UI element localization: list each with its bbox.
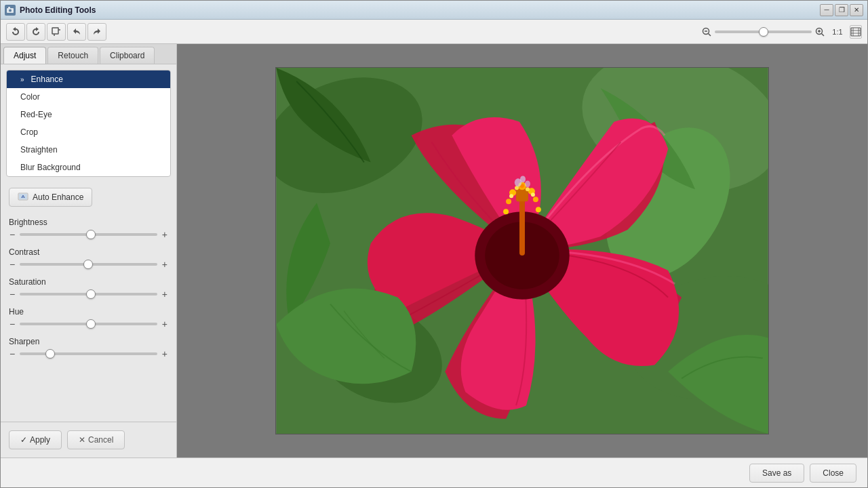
menu-item-blur-background[interactable]: Blur Background <box>7 159 170 176</box>
auto-enhance-button[interactable]: Auto Enhance <box>9 188 92 207</box>
hue-group: Hue − + <box>9 307 168 329</box>
hue-minus[interactable]: − <box>9 319 16 329</box>
apply-button[interactable]: ✓ Apply <box>9 430 62 449</box>
footer: Save as Close <box>1 458 867 487</box>
tab-retouch[interactable]: Retouch <box>47 47 98 64</box>
hue-row: − + <box>9 319 168 329</box>
menu-item-crop[interactable]: Crop <box>7 123 170 141</box>
sharpen-row: − + <box>9 349 168 359</box>
svg-point-45 <box>525 180 530 187</box>
main-content: Adjust Retouch Clipboard » Enhance Color… <box>1 44 867 458</box>
brightness-minus[interactable]: − <box>9 230 16 239</box>
enhance-menu: » Enhance Color Red-Eye Crop Straighten … <box>6 70 171 177</box>
rotate-left-button[interactable] <box>6 23 25 41</box>
sharpen-group: Sharpen − + <box>9 337 168 359</box>
svg-point-41 <box>526 187 530 191</box>
redo-button[interactable] <box>87 23 106 41</box>
svg-point-38 <box>503 209 509 214</box>
controls-area: Auto Enhance Brightness − + Contrast − <box>1 182 176 422</box>
saturation-minus[interactable]: − <box>9 289 16 299</box>
close-window-button[interactable]: ✕ <box>850 4 863 16</box>
brightness-slider[interactable] <box>20 233 157 236</box>
saturation-slider[interactable] <box>20 293 157 296</box>
contrast-label: Contrast <box>9 247 168 257</box>
menu-item-red-eye[interactable]: Red-Eye <box>7 106 170 123</box>
minimize-button[interactable]: ─ <box>820 4 833 16</box>
svg-point-1 <box>9 9 12 12</box>
save-as-button[interactable]: Save as <box>749 464 804 483</box>
sharpen-slider[interactable] <box>20 352 157 355</box>
contrast-plus[interactable]: + <box>161 260 168 269</box>
brightness-label: Brightness <box>9 218 168 227</box>
zoom-fit-button[interactable] <box>850 25 862 39</box>
svg-rect-13 <box>851 28 861 36</box>
tab-adjust[interactable]: Adjust <box>3 47 46 64</box>
cancel-button[interactable]: ✕ Cancel <box>67 430 125 449</box>
menu-item-straighten[interactable]: Straighten <box>7 141 170 159</box>
app-icon <box>5 5 16 16</box>
main-window: Photo Editing Tools ─ ❐ ✕ <box>0 0 868 488</box>
svg-rect-3 <box>52 28 58 34</box>
zoom-label: 1:1 <box>828 28 847 36</box>
close-button[interactable]: Close <box>810 464 856 483</box>
zoom-slider[interactable] <box>715 30 812 33</box>
contrast-minus[interactable]: − <box>9 260 16 269</box>
svg-point-37 <box>533 197 538 202</box>
zoom-in-button[interactable] <box>814 25 825 39</box>
svg-point-43 <box>531 192 535 197</box>
image-area <box>177 44 867 458</box>
cancel-icon: ✕ <box>79 435 85 445</box>
svg-point-46 <box>520 176 526 182</box>
menu-item-color[interactable]: Color <box>7 88 170 106</box>
tab-clipboard[interactable]: Clipboard <box>100 47 155 64</box>
menu-item-enhance[interactable]: » Enhance <box>7 70 170 88</box>
title-bar: Photo Editing Tools ─ ❐ ✕ <box>1 1 867 20</box>
title-bar-left: Photo Editing Tools <box>5 5 96 16</box>
svg-line-7 <box>709 33 711 36</box>
apply-icon: ✓ <box>20 435 27 445</box>
zoom-controls: 1:1 <box>701 25 862 39</box>
hue-label: Hue <box>9 307 168 317</box>
saturation-label: Saturation <box>9 277 168 287</box>
tabs: Adjust Retouch Clipboard <box>1 44 176 64</box>
saturation-plus[interactable]: + <box>161 289 168 299</box>
photo-canvas <box>275 67 769 434</box>
svg-point-36 <box>506 199 511 204</box>
window-title: Photo Editing Tools <box>20 5 96 15</box>
toolbar: 1:1 <box>1 20 867 44</box>
svg-line-10 <box>822 33 825 36</box>
contrast-group: Contrast − + <box>9 247 168 269</box>
restore-button[interactable]: ❐ <box>835 4 848 16</box>
rotate-right-button[interactable] <box>26 23 45 41</box>
hue-plus[interactable]: + <box>161 319 168 329</box>
sharpen-plus[interactable]: + <box>161 349 168 359</box>
title-controls: ─ ❐ ✕ <box>820 4 863 16</box>
enhance-arrow: » <box>20 76 24 83</box>
crop-button[interactable] <box>47 23 66 41</box>
brightness-row: − + <box>9 230 168 239</box>
brightness-plus[interactable]: + <box>161 230 168 239</box>
svg-point-39 <box>536 207 541 212</box>
sharpen-label: Sharpen <box>9 337 168 346</box>
zoom-out-button[interactable] <box>701 25 712 39</box>
brightness-group: Brightness − + <box>9 218 168 239</box>
contrast-row: − + <box>9 260 168 269</box>
sharpen-minus[interactable]: − <box>9 349 16 359</box>
svg-rect-2 <box>8 7 10 8</box>
left-panel: Adjust Retouch Clipboard » Enhance Color… <box>1 44 177 458</box>
bottom-buttons: ✓ Apply ✕ Cancel <box>1 422 176 458</box>
contrast-slider[interactable] <box>20 263 157 266</box>
undo-button[interactable] <box>67 23 86 41</box>
svg-point-42 <box>509 194 513 198</box>
saturation-row: − + <box>9 289 168 299</box>
hue-slider[interactable] <box>20 323 157 325</box>
saturation-group: Saturation − + <box>9 277 168 299</box>
